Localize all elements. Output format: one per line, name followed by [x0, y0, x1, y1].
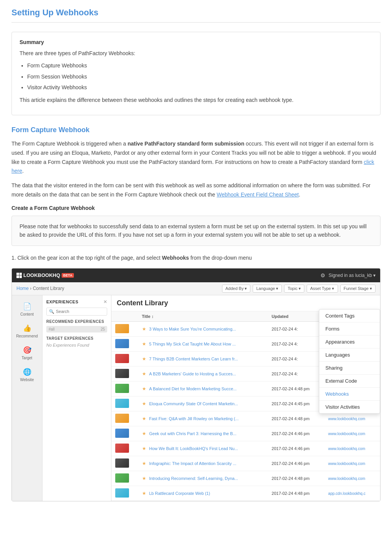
menu-item-visitor-activities[interactable]: Visitor Activities: [319, 401, 380, 413]
website-icon: 🌐: [23, 368, 31, 376]
app-logo: LOOKBOOKHQ BETA: [16, 272, 74, 278]
summary-item-2: Form Session Webhooks: [27, 72, 372, 81]
sidebar-item-recommend[interactable]: 👍 Recommend: [12, 321, 42, 341]
app-topbar-left: LOOKBOOKHQ BETA: [16, 272, 74, 278]
cell-title[interactable]: ★ 3 Ways to Make Sure You're Communicati…: [138, 321, 268, 336]
thumbnail: [115, 473, 129, 483]
star-icon: ★: [142, 356, 146, 362]
create-webhook-subheading: Create a Form Capture Webhook: [11, 205, 381, 211]
filter-tag-all[interactable]: #all 25: [46, 326, 107, 332]
content-title-link[interactable]: 7 Things B2B Content Marketers Can Learn…: [149, 357, 238, 361]
summary-box: Summary There are three types of PathFac…: [11, 32, 381, 115]
language-filter[interactable]: Language ▾: [253, 285, 282, 293]
app-body: 📄 Content 👍 Recommend 🎯 Target 🌐 Website: [12, 295, 380, 501]
note-text: Please note that for webhooks to success…: [20, 222, 372, 239]
menu-item-content-tags[interactable]: Content Tags: [319, 309, 380, 323]
content-title-link[interactable]: Geek out with Chris Part 3: Harnessing t…: [149, 431, 237, 436]
table-row: ★ Geek out with Chris Part 3: Harnessing…: [111, 426, 380, 441]
thumbnail: [115, 488, 129, 498]
cell-updated: 2017-02-24 4:48 pm: [268, 471, 325, 486]
content-title-link[interactable]: 3 Ways to Make Sure You're Communicating…: [149, 327, 236, 331]
cell-title[interactable]: ★ Lb Rattlecard Corporate Web (1): [138, 486, 268, 501]
breadcrumb-current: Content Library: [33, 286, 64, 291]
content-title-link[interactable]: How We Built It: LookBookHQ's First Lead…: [149, 446, 238, 451]
cell-updated: 2017-02-24 4:48 pm: [268, 486, 325, 501]
experiences-search-input[interactable]: [56, 309, 105, 314]
added-by-filter[interactable]: Added By ▾: [222, 285, 251, 293]
form-capture-para2: The data that the visitor entered in the…: [11, 181, 381, 200]
menu-item-sharing[interactable]: Sharing: [319, 362, 380, 375]
cell-title[interactable]: ★ Eloqua Community State Of Content Mark…: [138, 396, 268, 411]
star-icon: ★: [142, 386, 146, 391]
cheat-sheet-link[interactable]: Webhook Event Field Cheat Sheet: [217, 192, 299, 198]
cell-url: app.cdn.lookbookhq.c: [324, 486, 380, 501]
no-experiences-text: No Experiences Found: [46, 343, 107, 347]
table-row: ★ How We Built It: LookBookHQ's First Le…: [111, 441, 380, 456]
menu-item-external-code[interactable]: External Code: [319, 375, 380, 388]
menu-item-appearances[interactable]: Appearances: [319, 336, 380, 349]
content-title-link[interactable]: 5 Things My Sick Cat Taught Me About How…: [149, 342, 236, 346]
gear-icon[interactable]: ⚙: [320, 272, 325, 278]
experiences-search-box[interactable]: 🔍: [46, 308, 107, 316]
content-title-link[interactable]: Eloqua Community State Of Content Market…: [149, 401, 238, 406]
breadcrumb-home[interactable]: Home: [16, 286, 29, 291]
star-icon: ★: [142, 461, 146, 466]
content-title-link[interactable]: Introducing Recommend: Self-Learning, Dy…: [149, 476, 238, 481]
panel-close-icon[interactable]: ✕: [103, 299, 107, 305]
star-icon: ★: [142, 371, 146, 377]
table-row: ★ Infographic: The Impact of Attention S…: [111, 456, 380, 471]
col-thumb: [111, 311, 138, 322]
content-title-link[interactable]: A Balanced Diet for Modern Marketing Suc…: [149, 386, 237, 391]
cell-thumb: [111, 396, 138, 411]
cell-thumb: [111, 321, 138, 336]
sidebar-item-website[interactable]: 🌐 Website: [12, 365, 42, 385]
cell-title[interactable]: ★ Infographic: The Impact of Attention S…: [138, 456, 268, 471]
content-title-link[interactable]: Lb Rattlecard Corporate Web (1): [149, 491, 210, 496]
asset-type-filter[interactable]: Asset Type ▾: [307, 285, 338, 293]
topic-filter[interactable]: Topic ▾: [284, 285, 304, 293]
cell-thumb: [111, 351, 138, 366]
sidebar-item-target[interactable]: 🎯 Target: [12, 343, 42, 363]
app-content: EXPERIENCES ✕ 🔍 RECOMMEND EXPERIENCES #a…: [42, 295, 380, 501]
star-icon: ★: [142, 416, 146, 421]
cell-url: www.lookbookhq.com: [324, 441, 380, 456]
app-navbar: Home › Content Library Added By ▾ Langua…: [12, 282, 380, 295]
cell-updated: 2017-02-24 4:48 pm: [268, 411, 325, 426]
cell-title[interactable]: ★ Introducing Recommend: Self-Learning, …: [138, 471, 268, 486]
content-title-link[interactable]: Infographic: The Impact of Attention Sca…: [149, 461, 237, 466]
sidebar-item-content[interactable]: 📄 Content: [12, 299, 42, 319]
cell-title[interactable]: ★ 7 Things B2B Content Marketers Can Lea…: [138, 351, 268, 366]
cell-thumb: [111, 471, 138, 486]
cell-thumb: [111, 486, 138, 501]
content-icon: 📄: [23, 302, 31, 311]
content-title-link[interactable]: Fast Five: Q&A with Jill Rowley on Marke…: [149, 416, 239, 421]
menu-item-webhooks[interactable]: Webhooks: [319, 388, 380, 401]
col-title[interactable]: Title ↕: [138, 311, 268, 322]
summary-heading: Summary: [20, 39, 372, 45]
content-title-link[interactable]: A B2B Marketers' Guide to Hosting a Succ…: [149, 372, 236, 376]
col-updated[interactable]: Updated: [268, 311, 325, 322]
search-icon: 🔍: [49, 309, 54, 314]
cell-updated: 2017-02-24 4:46 pm: [268, 456, 325, 471]
menu-item-languages[interactable]: Languages: [319, 349, 380, 362]
cell-updated: 2017-02-24 4:48 pm: [268, 381, 325, 396]
thumbnail: [115, 458, 129, 468]
cell-thumb: [111, 411, 138, 426]
cell-title[interactable]: ★ A Balanced Diet for Modern Marketing S…: [138, 381, 268, 396]
cell-title[interactable]: ★ A B2B Marketers' Guide to Hosting a Su…: [138, 366, 268, 381]
cell-title[interactable]: ★ 5 Things My Sick Cat Taught Me About H…: [138, 336, 268, 351]
cell-title[interactable]: ★ How We Built It: LookBookHQ's First Le…: [138, 441, 268, 456]
star-icon: ★: [142, 476, 146, 481]
cell-title[interactable]: ★ Geek out with Chris Part 3: Harnessing…: [138, 426, 268, 441]
breadcrumb: Home › Content Library: [16, 286, 64, 291]
sort-icon: ↕: [152, 314, 154, 319]
menu-item-forms[interactable]: Forms: [319, 323, 380, 336]
funnel-stage-filter[interactable]: Funnel Stage ▾: [340, 285, 376, 293]
cell-title[interactable]: ★ Fast Five: Q&A with Jill Rowley on Mar…: [138, 411, 268, 426]
thumbnail: [115, 414, 129, 423]
main-table-area: Content Library Title ↕ Updated: [111, 295, 380, 501]
star-icon: ★: [142, 341, 146, 347]
cell-updated: 2017-02-24 4:46 pm: [268, 441, 325, 456]
target-section-label: TARGET EXPERIENCES: [46, 336, 107, 341]
cell-updated: 2017-02-24 4:: [268, 366, 325, 381]
